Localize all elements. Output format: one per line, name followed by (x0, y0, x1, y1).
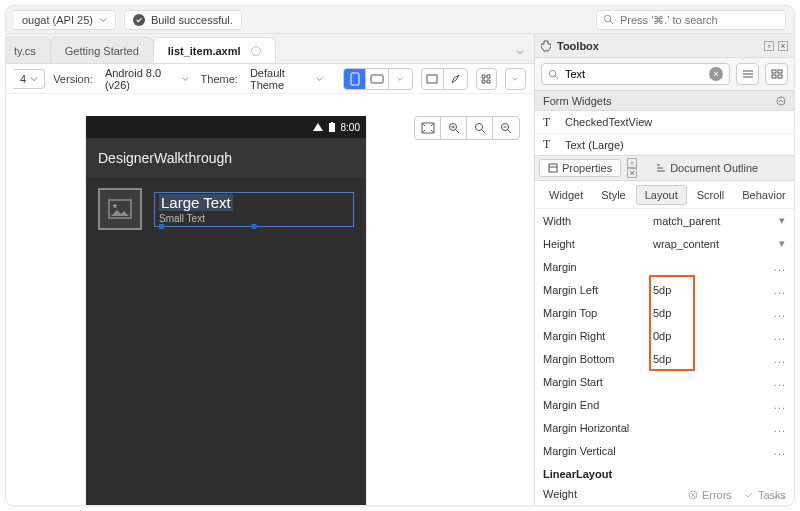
more-icon[interactable]: ... (774, 330, 786, 342)
editor-tabs: ty.cs Getting Started list_item.axml (6, 34, 534, 64)
dropdown-value: Android 8.0 (v26) (105, 67, 178, 91)
prop-margin-end[interactable]: Margin End... (535, 393, 794, 416)
prop-margin-right[interactable]: Margin Right0dp... (535, 324, 794, 347)
battery-icon (329, 122, 335, 132)
tab-document-outline[interactable]: Document Outline (647, 159, 767, 177)
subtab-style[interactable]: Style (593, 186, 633, 204)
prop-width[interactable]: Widthmatch_parent▾ (535, 209, 794, 232)
tab-file-cs[interactable]: ty.cs (6, 37, 51, 63)
landscape-button[interactable] (366, 69, 389, 89)
toolbox-search-row: × (535, 58, 794, 91)
overflow-button[interactable] (505, 68, 526, 90)
chevron-down-icon (182, 75, 189, 83)
zoom-controls (414, 116, 520, 140)
minimize-panel-button[interactable]: ▫ (764, 41, 774, 51)
subtab-behavior[interactable]: Behavior (734, 186, 793, 204)
zoom-out-button[interactable] (493, 117, 519, 139)
properties-icon (548, 163, 558, 173)
close-panel-button[interactable]: × (627, 168, 637, 178)
dropdown-value: Default Theme (250, 67, 312, 91)
tab-overflow-button[interactable] (510, 41, 530, 63)
text-widget-icon: T (543, 115, 555, 130)
svg-rect-9 (331, 122, 333, 123)
chevron-down-icon[interactable]: ▾ (779, 214, 786, 227)
subtab-widget[interactable]: Widget (541, 186, 591, 204)
more-icon[interactable]: ... (774, 353, 786, 365)
text-container-selected[interactable]: Large Text Small Text (154, 192, 354, 227)
prop-height[interactable]: Heightwrap_content▾ (535, 232, 794, 255)
svg-rect-13 (772, 70, 776, 73)
pill-value: 4 (20, 73, 26, 85)
clear-icon[interactable]: × (709, 67, 723, 81)
tab-list-item[interactable]: list_item.axml (153, 37, 276, 63)
design-canvas[interactable]: 8:00 DesignerWalkthrough Large Text Smal… (6, 94, 534, 505)
edit-mode-button[interactable] (444, 69, 467, 89)
more-icon[interactable]: ... (774, 445, 786, 457)
orientation-more[interactable] (389, 69, 412, 89)
portrait-button[interactable] (344, 69, 367, 89)
errors-button[interactable]: Errors (688, 489, 732, 501)
more-icon[interactable]: ... (774, 307, 786, 319)
properties-tab-row: Properties ▫ × Document Outline (535, 155, 794, 181)
large-text[interactable]: Large Text (159, 194, 233, 211)
text-widget-icon: T (543, 137, 555, 152)
toolbox-item-checkedtextview[interactable]: T CheckedTextView (535, 111, 794, 133)
category-label: Form Widgets (543, 95, 611, 107)
tab-getting-started[interactable]: Getting Started (50, 37, 154, 63)
mode-group (421, 68, 468, 90)
prop-margin-bottom[interactable]: Margin Bottom5dp... (535, 347, 794, 370)
svg-rect-3 (427, 75, 437, 83)
fit-screen-button[interactable] (415, 117, 441, 139)
subtab-scroll[interactable]: Scroll (689, 186, 733, 204)
more-icon[interactable]: ... (774, 261, 786, 273)
close-icon[interactable] (251, 46, 261, 56)
design-mode-button[interactable] (422, 69, 445, 89)
device-label: ougat (API 25) (22, 14, 93, 26)
version-dropdown[interactable]: Android 8.0 (v26) (101, 65, 193, 93)
prop-margin-vertical[interactable]: Margin Vertical... (535, 439, 794, 462)
device-pill[interactable]: ougat (API 25) (14, 10, 116, 30)
clock-label: 8:00 (341, 122, 360, 133)
subtab-layout[interactable]: Layout (636, 185, 687, 205)
global-search-input[interactable] (620, 14, 779, 26)
designer-leading-pill[interactable]: 4 (14, 69, 45, 89)
svg-point-11 (113, 204, 117, 208)
theme-dropdown[interactable]: Default Theme (246, 65, 327, 93)
list-item-preview[interactable]: Large Text Small Text (94, 184, 358, 234)
prop-margin-horizontal[interactable]: Margin Horizontal... (535, 416, 794, 439)
more-icon[interactable]: ... (774, 284, 786, 296)
outline-icon (656, 163, 666, 173)
zoom-in-button[interactable] (441, 117, 467, 139)
svg-rect-2 (371, 75, 383, 83)
close-panel-button[interactable]: × (778, 41, 788, 51)
image-placeholder[interactable] (98, 188, 142, 230)
toolbox-category[interactable]: Form Widgets (535, 91, 794, 111)
prop-margin[interactable]: Margin... (535, 255, 794, 278)
toolbox-item-text-large[interactable]: T Text (Large) (535, 133, 794, 155)
more-icon[interactable]: ... (774, 422, 786, 434)
small-text[interactable]: Small Text (159, 213, 349, 224)
right-sidebar: Toolbox ▫ × × Form Widgets T CheckedText… (534, 34, 794, 505)
more-icon[interactable]: ... (774, 399, 786, 411)
toolbox-list-view[interactable] (736, 63, 759, 85)
tasks-button[interactable]: Tasks (744, 489, 786, 501)
toolbox-grid-view[interactable] (765, 63, 788, 85)
prop-margin-start[interactable]: Margin Start... (535, 370, 794, 393)
check-icon (133, 14, 145, 26)
minimize-panel-button[interactable]: ▫ (627, 158, 637, 168)
prop-margin-top[interactable]: Margin Top5dp... (535, 301, 794, 324)
zoom-reset-button[interactable] (467, 117, 493, 139)
tab-properties[interactable]: Properties (539, 159, 621, 177)
toolbox-search-input[interactable] (565, 68, 703, 80)
chevron-down-icon (99, 16, 107, 24)
chevron-down-icon[interactable]: ▾ (779, 237, 786, 250)
android-status-bar: 8:00 (86, 116, 366, 138)
prop-margin-left[interactable]: Margin Left5dp... (535, 278, 794, 301)
global-search[interactable] (596, 10, 786, 30)
orientation-group (343, 68, 413, 90)
build-status-pill[interactable]: Build successful. (124, 10, 242, 30)
more-icon[interactable]: ... (774, 376, 786, 388)
bottom-status-bar: Errors Tasks (688, 489, 786, 501)
grid-button[interactable] (476, 68, 497, 90)
toolbox-search[interactable]: × (541, 63, 730, 85)
